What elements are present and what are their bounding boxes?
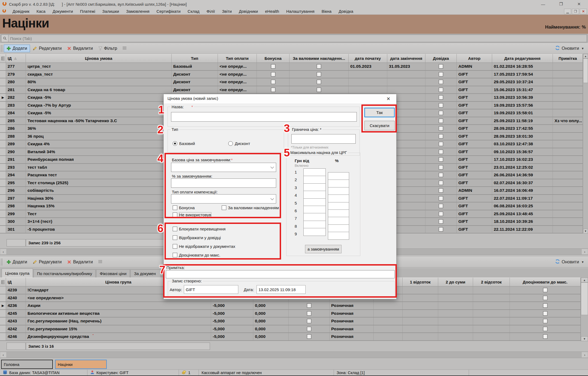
column-header-дата закінчення[interactable]: дата закінчення	[387, 54, 425, 63]
column-header-дата початку[interactable]: дата початку	[349, 54, 387, 63]
crg-amount-input-1[interactable]	[303, 168, 326, 176]
mdi-close-icon[interactable]: ✕	[580, 9, 587, 14]
bonus-checkbox[interactable]: Бонусна	[173, 205, 195, 210]
toolbar-grip[interactable]	[1, 45, 3, 52]
flag-checkbox[interactable]	[307, 327, 311, 331]
reference-checkbox[interactable]	[439, 196, 443, 201]
menu-item-Каса[interactable]: Каса	[33, 9, 49, 14]
column-header-Тип[interactable]: Тип	[172, 54, 218, 63]
column-header-Примітка[interactable]: Примітка	[553, 54, 583, 63]
crg-amount-input-7[interactable]	[303, 213, 326, 221]
column-header-2 відсоток[interactable]: 2 відсоток	[473, 278, 510, 286]
menu-item-Філії[interactable]: Філії	[203, 9, 218, 14]
bonus-checkbox[interactable]	[271, 80, 275, 84]
name-input[interactable]	[171, 112, 357, 121]
refresh-button-top[interactable]: Оновити ▼	[555, 45, 584, 51]
minimize-icon[interactable]: —	[534, 0, 552, 8]
add-button[interactable]: Додати	[4, 45, 30, 52]
table-row[interactable]: 4246Дезинфицирующие средства˙-5,0000,000…	[0, 333, 581, 341]
reference-checkbox[interactable]	[439, 165, 443, 169]
reference-checkbox[interactable]	[439, 227, 443, 232]
filter-button[interactable]: Фільтр	[96, 45, 120, 52]
menu-item-Платежі[interactable]: Платежі	[77, 9, 99, 14]
menu-item-Документи[interactable]: Документи	[49, 9, 77, 14]
crg-percent-input-3[interactable]	[328, 187, 349, 195]
reference-checkbox[interactable]	[439, 134, 443, 138]
tab-Фіксовані ціни[interactable]: Фіксовані ціни	[96, 269, 130, 278]
bonus-checkbox[interactable]	[271, 64, 275, 69]
reference-checkbox[interactable]	[439, 150, 443, 154]
show-in-reference-checkbox[interactable]: Відображати у довідці	[173, 235, 221, 240]
table-row[interactable]: 4243Гос.регулирование (Нац. перечень)-5,…	[0, 318, 581, 325]
table-options-icon[interactable]	[0, 54, 6, 63]
crg-percent-input-9[interactable]	[328, 232, 349, 239]
tab-За докумен[interactable]: За докумен	[130, 269, 161, 278]
table-row[interactable]: 279скидка_тестДисконт<не опреде...GIFT17…	[0, 71, 583, 79]
date-input[interactable]	[257, 285, 305, 294]
crg-amount-input-4[interactable]	[303, 191, 326, 198]
table-options-icon[interactable]	[0, 278, 6, 286]
reference-checkbox[interactable]	[439, 204, 443, 208]
revalue-max-checkbox[interactable]	[543, 319, 547, 323]
reference-checkbox[interactable]	[439, 80, 443, 84]
scroll-up-icon[interactable]: ▲	[583, 54, 588, 58]
gross-checkbox[interactable]	[317, 88, 321, 92]
not-used-checkbox[interactable]: Не використовув	[173, 212, 211, 217]
crg-amount-input-5[interactable]	[303, 198, 326, 206]
column-header-ІД[interactable]: ІД△	[6, 54, 26, 63]
menu-item-Налаштування[interactable]: Налаштування	[283, 9, 318, 14]
crg-amount-input-9[interactable]	[303, 228, 326, 236]
mdi-minimize-icon[interactable]: ▁	[564, 9, 571, 14]
tab-По постачальнику/виробнику[interactable]: По постачальнику/виробнику	[33, 269, 96, 278]
reference-checkbox[interactable]	[439, 111, 443, 115]
scroll-thumb[interactable]	[583, 58, 588, 83]
gross-checkbox[interactable]	[317, 64, 321, 69]
column-header-Бонусна[interactable]: Бонусна	[257, 54, 290, 63]
add-button-bottom[interactable]: Додати	[4, 258, 30, 266]
bonus-checkbox[interactable]	[271, 88, 275, 92]
column-header-Автор[interactable]: Автор	[457, 54, 492, 63]
revalue-max-checkbox[interactable]	[543, 303, 547, 308]
column-header-Дата редагування[interactable]: Дата редагування	[492, 54, 553, 63]
revalue-max-checkbox[interactable]	[543, 334, 547, 339]
tab-Цінова група[interactable]: Цінова група	[2, 269, 33, 278]
reference-checkbox[interactable]	[439, 142, 443, 146]
bottom-hscrollbar[interactable]: ‹ ›	[0, 352, 588, 358]
crg-amount-input-3[interactable]	[303, 183, 326, 191]
menu-item-eHealth[interactable]: eHealth	[261, 9, 283, 14]
table-row[interactable]: 277цитра_тестБазовый<не опреде...01.05.2…	[0, 63, 583, 71]
column-header-За валовими накладенн...[interactable]: За валовими накладенн...	[290, 54, 349, 63]
menu-item-Залишки[interactable]: Залишки	[99, 9, 123, 14]
revalue-max-checkbox[interactable]	[543, 296, 547, 300]
column-header-Цінова умова[interactable]: Цінова умова	[26, 54, 172, 63]
reference-checkbox[interactable]	[439, 119, 443, 123]
scroll-thumb[interactable]	[581, 282, 588, 315]
column-header-Довідка[interactable]: Довідка	[425, 54, 457, 63]
flag-checkbox[interactable]	[307, 303, 311, 308]
crg-percent-input-5[interactable]	[328, 202, 349, 210]
column-header-Тип оплати[interactable]: Тип оплати	[218, 54, 257, 63]
delete-button-bottom[interactable]: Видалити	[64, 258, 95, 266]
column-header-1 відсоток[interactable]: 1 відсоток	[403, 278, 438, 286]
crg-amount-input-8[interactable]	[303, 221, 326, 228]
top-table-vscrollbar[interactable]: ▲ ▼	[583, 54, 588, 233]
menu-item-Замовлення[interactable]: Замовлення	[123, 9, 153, 14]
wintab-nacinky[interactable]: Націнки	[55, 360, 107, 369]
column-header-id[interactable]: ІД	[6, 278, 26, 286]
reference-checkbox[interactable]	[439, 103, 443, 107]
compensation-pay-type-combo[interactable]	[171, 194, 276, 204]
flag-checkbox[interactable]	[307, 311, 311, 316]
crg-percent-input-2[interactable]	[328, 180, 349, 187]
menu-item-Склад[interactable]: Склад	[184, 9, 203, 14]
crg-amount-input-6[interactable]	[303, 206, 326, 213]
search-input[interactable]	[8, 35, 587, 42]
reference-checkbox[interactable]	[439, 88, 443, 92]
crg-percent-input-6[interactable]	[328, 209, 349, 217]
revalue-max-checkbox[interactable]	[543, 327, 547, 331]
scroll-down-icon[interactable]: ▼	[581, 336, 588, 341]
ok-button[interactable]: Так	[364, 108, 395, 117]
mdi-restore-icon[interactable]: ❐	[572, 9, 579, 14]
menu-item-Довідник[interactable]: Довідник	[9, 9, 33, 14]
dialog-close-icon[interactable]: ✕	[384, 95, 393, 102]
radio-discount[interactable]: Дисконт	[228, 141, 250, 146]
